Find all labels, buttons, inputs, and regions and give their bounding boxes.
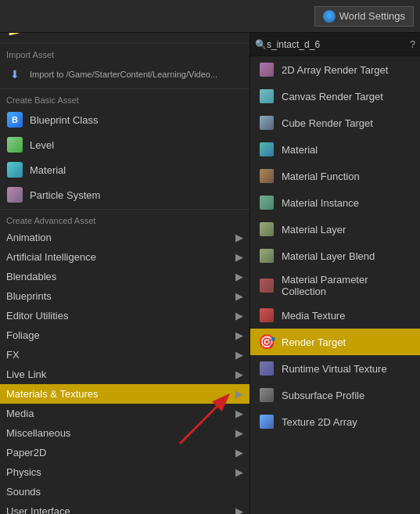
arrow-icon: ▶	[235, 447, 243, 458]
tex-arr-label: Texture 2D Array	[282, 416, 357, 428]
arrow-icon: ▶	[235, 329, 243, 341]
physics-label: Physics	[6, 466, 41, 478]
render-label: Render Target	[282, 336, 346, 348]
divider-2	[0, 88, 249, 89]
2d-array-label: 2D Array Render Target	[282, 64, 388, 76]
advanced-item-foliage[interactable]: Foliage ▶	[0, 325, 249, 345]
arrow-icon: ▶	[235, 310, 243, 322]
advanced-item-misc[interactable]: Miscellaneous ▶	[0, 423, 249, 443]
instance-icon	[258, 194, 275, 211]
search-icon: 🔍	[255, 39, 267, 50]
advanced-item-blendables[interactable]: Blendables ▶	[0, 267, 249, 286]
advanced-item-ui[interactable]: User Interface ▶	[0, 501, 249, 514]
advanced-item-ai[interactable]: Artificial Intelligence ▶	[0, 247, 249, 267]
level-label: Level	[30, 139, 54, 151]
material-icon	[258, 141, 275, 158]
basic-item-level[interactable]: Level	[0, 132, 249, 157]
media-tex-icon	[258, 307, 275, 324]
basic-item-blueprint[interactable]: B Blueprint Class	[0, 107, 249, 132]
advanced-item-materials[interactable]: Materials & Textures ▶	[0, 384, 249, 404]
param-icon	[258, 277, 275, 294]
advanced-item-livelink[interactable]: Live Link ▶	[0, 365, 249, 384]
animation-label: Animation	[6, 232, 52, 243]
tex-arr-icon	[258, 413, 275, 430]
right-item-cube[interactable]: Cube Render Target	[250, 110, 420, 136]
media-label: Media	[6, 408, 34, 419]
foliage-label: Foliage	[6, 329, 40, 341]
search-input[interactable]	[267, 39, 407, 50]
world-settings-label: World Settings	[339, 10, 405, 22]
arrow-icon: ▶	[235, 505, 243, 514]
basic-item-particle[interactable]: Particle System	[0, 182, 249, 207]
import-label: Import to /Game/StarterContent/Learning/…	[30, 70, 217, 79]
sub-icon	[258, 386, 275, 404]
canvas-label: Canvas Render Target	[282, 91, 383, 102]
arrow-icon: ▶	[235, 368, 243, 380]
func-icon	[258, 167, 275, 185]
arrow-icon: ▶	[235, 251, 243, 263]
ai-label: Artificial Intelligence	[6, 251, 96, 263]
right-item-render[interactable]: 🎯 Render Target	[250, 329, 420, 355]
right-submenu-panel: 🔍 ? 2D Array Render Target Canvas Render…	[249, 33, 420, 514]
material-label: Material	[30, 164, 66, 176]
arrow-icon: ▶	[235, 466, 243, 478]
basic-section-header: Create Basic Asset	[0, 91, 249, 107]
blueprint-icon: B	[6, 111, 23, 128]
blueprint-label: Blueprint Class	[30, 114, 98, 126]
right-item-media-tex[interactable]: Media Texture	[250, 302, 420, 329]
arrow-icon: ▶	[235, 408, 243, 419]
right-item-material[interactable]: Material	[250, 136, 420, 163]
basic-item-material[interactable]: Material	[0, 157, 249, 182]
layer-blend-icon	[258, 247, 275, 264]
right-item-canvas[interactable]: Canvas Render Target	[250, 83, 420, 110]
livelink-label: Live Link	[6, 368, 46, 380]
materials-label: Materials & Textures	[6, 388, 99, 400]
misc-label: Miscellaneous	[6, 427, 70, 439]
import-item[interactable]: ⬇ Import to /Game/StarterContent/Learnin…	[0, 62, 249, 87]
divider-3	[0, 209, 249, 210]
2d-array-icon	[258, 61, 275, 78]
sounds-label: Sounds	[6, 486, 41, 498]
arrow-icon: ▶	[235, 388, 243, 400]
right-item-rtv[interactable]: Runtime Virtual Texture	[250, 355, 420, 382]
world-settings-button[interactable]: World Settings	[314, 6, 414, 27]
blendables-label: Blendables	[6, 271, 56, 282]
ui-label: User Interface	[6, 505, 70, 514]
advanced-item-animation[interactable]: Animation ▶	[0, 228, 249, 247]
import-icon: ⬇	[6, 66, 23, 83]
advanced-item-fx[interactable]: FX ▶	[0, 345, 249, 365]
material-label: Material	[282, 144, 318, 156]
search-bar: 🔍 ?	[250, 33, 420, 56]
right-item-tex-arr[interactable]: Texture 2D Array	[250, 408, 420, 435]
particle-label: Particle System	[30, 189, 100, 201]
advanced-item-physics[interactable]: Physics ▶	[0, 462, 249, 482]
media-tex-label: Media Texture	[282, 310, 345, 322]
advanced-section-header: Create Advanced Asset	[0, 211, 249, 228]
right-item-sub[interactable]: Subsurface Profile	[250, 382, 420, 408]
right-item-param[interactable]: Material Parameter Collection	[250, 269, 420, 302]
advanced-item-blueprints[interactable]: Blueprints ▶	[0, 286, 249, 306]
left-context-menu: Folder 📁 New Folder Import Asset ⬇ Impor…	[0, 0, 250, 514]
canvas-icon	[258, 88, 275, 105]
layer-icon	[258, 221, 275, 238]
particle-icon	[6, 186, 23, 203]
rtv-icon	[258, 360, 275, 377]
advanced-item-editor[interactable]: Editor Utilities ▶	[0, 306, 249, 325]
right-item-func[interactable]: Material Function	[250, 163, 420, 189]
fx-label: FX	[6, 349, 20, 361]
right-item-instance[interactable]: Material Instance	[250, 189, 420, 216]
arrow-icon: ▶	[235, 349, 243, 361]
right-item-layer-blend[interactable]: Material Layer Blend	[250, 243, 420, 269]
advanced-item-sounds[interactable]: Sounds	[0, 482, 249, 501]
advanced-item-paper2d[interactable]: Paper2D ▶	[0, 443, 249, 462]
paper2d-label: Paper2D	[6, 447, 46, 458]
material-icon	[6, 161, 23, 178]
cube-label: Cube Render Target	[282, 117, 373, 129]
param-label: Material Parameter Collection	[282, 274, 412, 297]
layer-label: Material Layer	[282, 224, 346, 235]
advanced-item-media[interactable]: Media ▶	[0, 404, 249, 423]
right-item-2d-array[interactable]: 2D Array Render Target	[250, 56, 420, 83]
instance-label: Material Instance	[282, 197, 359, 209]
right-item-layer[interactable]: Material Layer	[250, 216, 420, 243]
sub-label: Subsurface Profile	[282, 390, 364, 401]
